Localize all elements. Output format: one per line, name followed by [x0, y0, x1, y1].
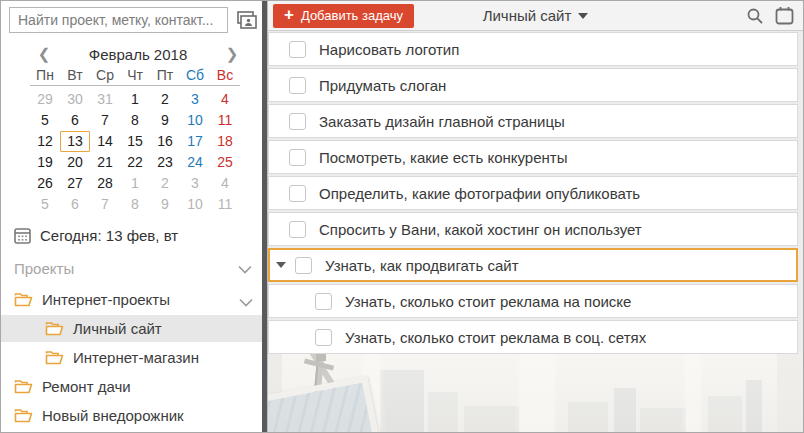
folder-icon	[14, 292, 33, 307]
background-photo	[268, 352, 803, 432]
expand-triangle-icon[interactable]	[276, 262, 286, 268]
calendar-day[interactable]: 1	[120, 89, 150, 110]
task-checkbox[interactable]	[289, 41, 306, 58]
calendar-days-grid: 2930311234567891011121314151617181920212…	[30, 89, 262, 215]
task-checkbox[interactable]	[289, 149, 306, 166]
calendar-day[interactable]: 18	[210, 131, 240, 152]
dropdown-arrow-icon[interactable]	[578, 13, 588, 19]
calendar-day[interactable]: 28	[90, 173, 120, 194]
task-checkbox[interactable]	[315, 329, 332, 346]
calendar-day[interactable]: 2	[150, 173, 180, 194]
calendar-weekday-label: Чт	[120, 65, 150, 86]
task-row[interactable]: Определить, какие фотографии опубликоват…	[268, 176, 798, 210]
sidebar-project-item[interactable]: Интернет-магазин	[1, 344, 262, 371]
calendar-day[interactable]: 11	[210, 194, 240, 215]
calendar-day[interactable]: 9	[150, 194, 180, 215]
task-row[interactable]: Посмотреть, какие есть конкуренты	[268, 140, 798, 174]
task-checkbox[interactable]	[315, 293, 332, 310]
projects-section-header[interactable]: Проекты	[1, 250, 262, 283]
task-checkbox[interactable]	[289, 113, 306, 130]
projects-section-label: Проекты	[14, 260, 74, 277]
task-row[interactable]: Спросить у Вани, какой хостинг он исполь…	[268, 212, 798, 246]
calendar-icon[interactable]	[775, 6, 794, 25]
calendar-day[interactable]: 3	[180, 89, 210, 110]
calendar-day[interactable]: 24	[180, 152, 210, 173]
task-row[interactable]: Нарисовать логотип	[268, 32, 798, 66]
add-task-button[interactable]: + Добавить задачу	[273, 4, 414, 28]
search-icon[interactable]	[746, 7, 764, 25]
task-checkbox[interactable]	[289, 221, 306, 238]
calendar-day[interactable]: 19	[30, 152, 60, 173]
calendar-day[interactable]: 15	[120, 131, 150, 152]
task-checkbox[interactable]	[289, 77, 306, 94]
calendar-day[interactable]: 2	[150, 89, 180, 110]
calendar-month-title: Февраль 2018	[53, 46, 223, 63]
calendar-day[interactable]: 31	[90, 89, 120, 110]
calendar-day[interactable]: 4	[210, 173, 240, 194]
calendar-day[interactable]: 5	[30, 110, 60, 131]
calendar-day[interactable]: 6	[60, 110, 90, 131]
calendar-day[interactable]: 23	[150, 152, 180, 173]
sidebar-project-item[interactable]: Новый внедорожник	[1, 402, 262, 429]
calendar-day[interactable]: 5	[30, 194, 60, 215]
calendar-day[interactable]: 25	[210, 152, 240, 173]
chevron-down-icon[interactable]	[239, 293, 253, 310]
calendar-weekday-label: Вт	[60, 65, 90, 86]
folder-icon	[14, 408, 33, 423]
calendar-day[interactable]: 8	[120, 110, 150, 131]
calendar-day[interactable]: 14	[90, 131, 120, 152]
task-checkbox[interactable]	[295, 257, 312, 274]
calendar-day[interactable]: 10	[180, 110, 210, 131]
task-row[interactable]: Узнать, как продвигать сайт	[268, 248, 798, 282]
calendar-day[interactable]: 27	[60, 173, 90, 194]
add-task-label: Добавить задачу	[301, 8, 403, 23]
prev-month-icon[interactable]: ❮	[35, 45, 53, 63]
mini-calendar: ❮ Февраль 2018 ❯ ПнВтСрЧтПтСбВс 29303112…	[1, 37, 262, 215]
calendar-day[interactable]: 7	[90, 110, 120, 131]
calendar-day[interactable]: 30	[60, 89, 90, 110]
calendar-weekday-header: ПнВтСрЧтПтСбВс	[30, 65, 262, 89]
task-label: Придумать слоган	[319, 77, 446, 94]
calendar-weekday-label: Ср	[90, 65, 120, 86]
calendar-day[interactable]: 4	[210, 89, 240, 110]
calendar-day[interactable]: 20	[60, 152, 90, 173]
calendar-day[interactable]: 7	[90, 194, 120, 215]
calendar-day[interactable]: 8	[120, 194, 150, 215]
calendar-day[interactable]: 3	[180, 173, 210, 194]
task-checkbox[interactable]	[289, 185, 306, 202]
contacts-card-icon[interactable]	[235, 10, 257, 30]
next-month-icon[interactable]: ❯	[223, 45, 241, 63]
calendar-day[interactable]: 9	[150, 110, 180, 131]
project-label: Новый внедорожник	[42, 407, 184, 424]
search-row	[1, 1, 262, 37]
task-row[interactable]: Придумать слоган	[268, 68, 798, 102]
sidebar-project-item[interactable]: Личный сайт	[1, 315, 262, 342]
today-row[interactable]: Сегодня: 13 фев, вт	[1, 215, 262, 250]
calendar-day-today[interactable]: 13	[60, 131, 90, 152]
calendar-day[interactable]: 16	[150, 131, 180, 152]
calendar-day[interactable]: 1	[120, 173, 150, 194]
task-label: Нарисовать логотип	[319, 41, 459, 58]
calendar-nav: ❮ Февраль 2018 ❯	[27, 39, 245, 65]
task-row[interactable]: Заказать дизайн главной страницы	[268, 104, 798, 138]
task-label: Заказать дизайн главной страницы	[319, 113, 565, 130]
sidebar-project-item[interactable]: Интернет-проекты	[1, 286, 262, 313]
calendar-day[interactable]: 21	[90, 152, 120, 173]
view-title[interactable]: Личный сайт	[483, 7, 572, 24]
calendar-day[interactable]: 26	[30, 173, 60, 194]
calendar-day[interactable]: 22	[120, 152, 150, 173]
calendar-day[interactable]: 11	[210, 110, 240, 131]
calendar-day[interactable]: 29	[30, 89, 60, 110]
search-input[interactable]	[9, 7, 228, 33]
projects-tree: Интернет-проектыЛичный сайтИнтернет-мага…	[1, 283, 262, 432]
sidebar-project-item[interactable]: Ремонт дачи	[1, 373, 262, 400]
subtask-row[interactable]: Узнать, сколько стоит реклама на поиске	[268, 284, 798, 318]
calendar-day[interactable]: 12	[30, 131, 60, 152]
task-label: Спросить у Вани, какой хостинг он исполь…	[319, 221, 642, 238]
chevron-down-icon[interactable]	[238, 260, 252, 277]
task-label: Узнать, сколько стоит реклама на поиске	[345, 293, 631, 310]
calendar-day[interactable]: 10	[180, 194, 210, 215]
calendar-day[interactable]: 6	[60, 194, 90, 215]
subtask-row[interactable]: Узнать, сколько стоит реклама в соц. сет…	[268, 320, 798, 354]
calendar-day[interactable]: 17	[180, 131, 210, 152]
